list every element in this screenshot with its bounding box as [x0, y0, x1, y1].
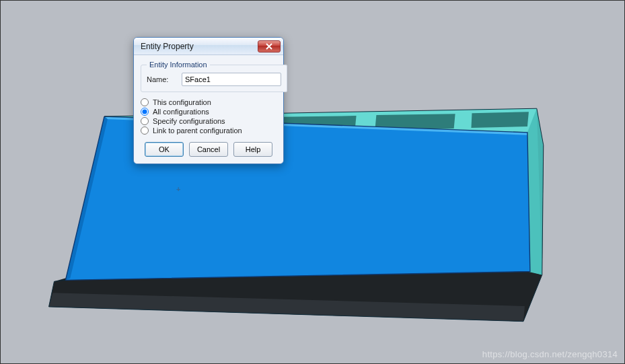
radio-label: All configurations [153, 108, 209, 116]
model-render [2, 2, 623, 362]
radio-this-configuration-input[interactable] [141, 98, 149, 106]
name-label: Name: [147, 75, 176, 83]
close-icon [266, 43, 272, 50]
dialog-button-row: OK Cancel Help [141, 142, 277, 157]
radio-all-configurations[interactable]: All configurations [141, 107, 277, 116]
radio-specify-configurations[interactable]: Specify configurations [141, 116, 277, 126]
config-options: This configuration All configurations Sp… [141, 98, 277, 135]
ok-button[interactable]: OK [145, 142, 184, 157]
radio-label: Specify configurations [153, 117, 225, 125]
dialog-body: Entity Information Name: This configurat… [134, 55, 283, 163]
radio-all-configurations-input[interactable] [141, 108, 149, 116]
watermark-text: https://blog.csdn.net/zengqh0314 [482, 349, 618, 359]
radio-link-to-parent-input[interactable] [141, 126, 149, 135]
viewport-3d[interactable]: + [2, 2, 623, 362]
close-button[interactable] [258, 40, 281, 52]
cancel-button[interactable]: Cancel [189, 142, 228, 157]
name-input[interactable] [182, 73, 281, 86]
entity-property-dialog: Entity Property Entity Information Name:… [133, 37, 284, 164]
group-legend: Entity Information [147, 61, 210, 69]
dialog-titlebar[interactable]: Entity Property [134, 38, 283, 55]
entity-information-group: Entity Information Name: [141, 61, 287, 92]
svg-marker-8 [471, 112, 528, 128]
radio-label: Link to parent configuration [153, 126, 242, 135]
help-button[interactable]: Help [233, 142, 272, 157]
radio-this-configuration[interactable]: This configuration [141, 98, 277, 107]
dialog-title: Entity Property [141, 42, 258, 51]
radio-specify-configurations-input[interactable] [141, 117, 149, 125]
radio-link-to-parent[interactable]: Link to parent configuration [141, 126, 277, 135]
radio-label: This configuration [153, 98, 211, 106]
